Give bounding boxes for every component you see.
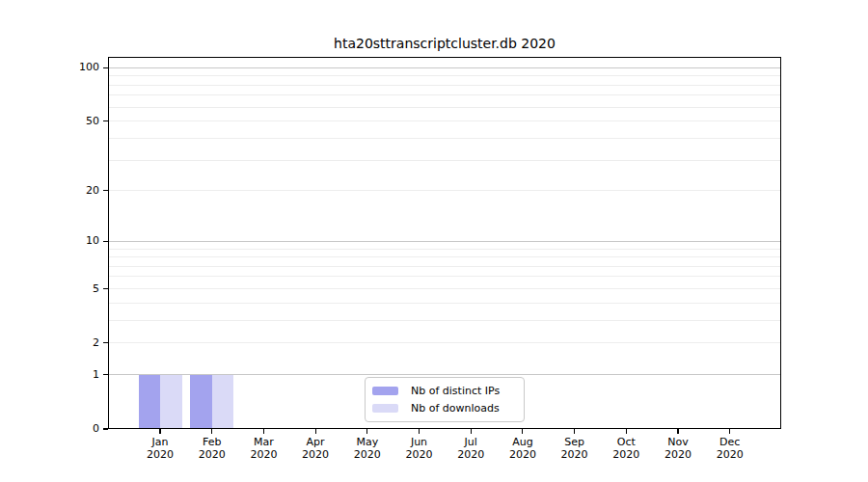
- y-tick-10: [103, 241, 108, 242]
- x-tick-month: Sep: [546, 436, 604, 448]
- x-tick-month: Mar: [234, 436, 292, 448]
- x-tick-mar: [263, 429, 264, 434]
- x-tick-sep: [574, 429, 575, 434]
- x-tick-year: 2020: [131, 448, 189, 461]
- bar-jan-distinct-ips: [139, 375, 161, 429]
- gridline-minor-60: [108, 107, 781, 108]
- x-tick-apr: [315, 429, 316, 434]
- x-tick-year: 2020: [546, 448, 604, 461]
- x-tick-year: 2020: [286, 448, 344, 461]
- x-tick-month: Nov: [649, 436, 707, 448]
- x-tick-oct: [626, 429, 627, 434]
- x-tick-feb: [211, 429, 212, 434]
- gridline-minor-3: [108, 320, 781, 321]
- y-tick-20: [103, 190, 108, 191]
- gridline-minor-20: [108, 190, 781, 191]
- x-tick-label-may: May2020: [339, 436, 396, 461]
- x-tick-label-aug: Aug2020: [494, 436, 552, 461]
- y-tick-1: [103, 374, 108, 375]
- y-tick-label-2: 2: [0, 336, 99, 349]
- x-tick-label-nov: Nov2020: [649, 436, 707, 461]
- x-tick-label-jun: Jun2020: [391, 436, 448, 461]
- x-tick-label-apr: Apr2020: [286, 436, 344, 461]
- x-tick-month: Aug: [494, 436, 552, 448]
- legend-label-distinct-ips: Nb of distinct IPs: [411, 385, 500, 397]
- download-stats-chart: hta20sttranscriptcluster.db 2020 1005020…: [0, 0, 868, 482]
- gridline-minor-30: [108, 160, 781, 161]
- y-tick-label-50: 50: [0, 115, 99, 127]
- gridline-minor-8: [108, 256, 781, 257]
- legend: Nb of distinct IPs Nb of downloads: [365, 377, 525, 422]
- gridline-major-10: [108, 241, 781, 242]
- x-tick-label-mar: Mar2020: [234, 436, 292, 461]
- bar-jan-downloads: [160, 375, 182, 429]
- x-tick-label-sep: Sep2020: [546, 436, 604, 461]
- x-tick-jun: [419, 429, 420, 434]
- y-tick-100: [103, 67, 108, 68]
- gridline-minor-2: [108, 342, 781, 343]
- y-tick-50: [103, 120, 108, 121]
- x-tick-label-feb: Feb2020: [183, 436, 241, 461]
- gridline-minor-9: [108, 249, 781, 250]
- legend-item-downloads: Nb of downloads: [372, 402, 516, 415]
- x-tick-jan: [159, 429, 160, 434]
- x-tick-year: 2020: [649, 448, 707, 461]
- x-tick-may: [366, 429, 367, 434]
- x-tick-month: Dec: [701, 436, 759, 448]
- y-tick-label-20: 20: [0, 184, 99, 197]
- gridline-minor-4: [108, 303, 781, 304]
- legend-swatch-downloads: [372, 404, 398, 413]
- y-tick-label-10: 10: [0, 234, 99, 247]
- x-tick-year: 2020: [339, 448, 396, 461]
- x-tick-month: Feb: [183, 436, 241, 448]
- x-tick-year: 2020: [701, 448, 759, 461]
- x-tick-jul: [471, 429, 472, 434]
- x-tick-nov: [677, 429, 678, 434]
- x-tick-label-jan: Jan2020: [131, 436, 189, 461]
- x-tick-year: 2020: [391, 448, 448, 461]
- legend-item-distinct-ips: Nb of distinct IPs: [372, 385, 516, 397]
- legend-label-downloads: Nb of downloads: [411, 402, 500, 415]
- y-tick-label-100: 100: [0, 61, 99, 73]
- x-tick-year: 2020: [442, 448, 500, 461]
- x-tick-year: 2020: [183, 448, 241, 461]
- x-tick-dec: [729, 429, 730, 434]
- gridline-minor-50: [108, 120, 781, 121]
- x-tick-year: 2020: [234, 448, 292, 461]
- x-tick-year: 2020: [597, 448, 655, 461]
- x-tick-year: 2020: [494, 448, 552, 461]
- gridline-minor-5: [108, 288, 781, 289]
- bar-feb-downloads: [212, 375, 234, 429]
- y-tick-label-5: 5: [0, 282, 99, 295]
- x-tick-label-jul: Jul2020: [442, 436, 500, 461]
- gridline-minor-7: [108, 266, 781, 267]
- x-tick-label-dec: Dec2020: [701, 436, 759, 461]
- legend-swatch-distinct-ips: [372, 387, 398, 395]
- gridline-minor-40: [108, 138, 781, 139]
- x-tick-month: Oct: [597, 436, 655, 448]
- gridline-minor-70: [108, 94, 781, 95]
- x-tick-month: Apr: [286, 436, 344, 448]
- x-tick-month: Jan: [131, 436, 189, 448]
- plot-border: [108, 57, 781, 429]
- x-tick-month: Jun: [391, 436, 448, 448]
- gridline-major-100: [108, 67, 781, 68]
- gridline-minor-80: [108, 85, 781, 86]
- y-tick-label-1: 1: [0, 368, 99, 381]
- x-tick-month: May: [339, 436, 396, 448]
- y-tick-2: [103, 342, 108, 343]
- y-tick-5: [103, 288, 108, 289]
- bar-feb-distinct-ips: [190, 375, 212, 429]
- x-tick-label-oct: Oct2020: [597, 436, 655, 461]
- chart-title: hta20sttranscriptcluster.db 2020: [108, 36, 781, 51]
- y-tick-label-0: 0: [0, 422, 99, 435]
- x-tick-aug: [522, 429, 523, 434]
- gridline-minor-6: [108, 276, 781, 277]
- gridline-minor-90: [108, 75, 781, 76]
- x-tick-month: Jul: [442, 436, 500, 448]
- y-tick-0: [103, 428, 108, 429]
